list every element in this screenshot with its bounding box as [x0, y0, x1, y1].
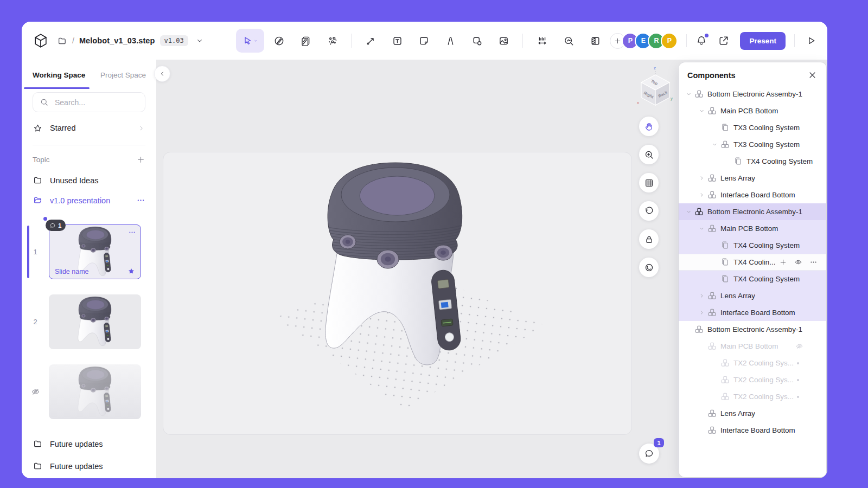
slide-row: 11Slide name	[22, 224, 156, 279]
folder-open-icon	[33, 195, 43, 206]
component-row[interactable]: Lens Array	[679, 405, 826, 422]
component-row[interactable]: TX2 Cooling Sys...	[679, 388, 826, 405]
chevron-down-icon[interactable]	[709, 141, 720, 149]
add-icon[interactable]	[779, 258, 787, 266]
chevron-right-icon[interactable]	[696, 292, 707, 300]
pen-tool[interactable]	[438, 29, 462, 53]
starred-label: Starred	[50, 124, 76, 132]
sketch-tool[interactable]	[267, 29, 291, 53]
app-logo-icon[interactable]	[33, 33, 49, 49]
component-row[interactable]: TX3 Cooling System	[679, 119, 826, 136]
avatar[interactable]: P	[661, 33, 678, 49]
app-window: / Melobot_v1_03.step v1.03 PERP Present …	[22, 22, 827, 478]
topbar: / Melobot_v1_03.step v1.03 PERP Present	[22, 22, 827, 60]
zoom-in-tool[interactable]	[639, 145, 659, 164]
more-icon[interactable]	[809, 258, 818, 266]
grid-tool[interactable]	[639, 173, 659, 192]
chevron-right-icon[interactable]	[696, 191, 707, 199]
chevron-spacer	[709, 275, 720, 283]
component-row[interactable]: Lens Array	[679, 287, 826, 304]
comment-count-pill[interactable]: 1	[46, 220, 66, 231]
tab-working-space[interactable]: Working Space	[22, 60, 90, 89]
eye-slash-icon[interactable]	[795, 342, 803, 350]
effects-tool[interactable]	[320, 29, 344, 53]
add-topic-button[interactable]	[136, 155, 145, 164]
zoom-search-tool[interactable]	[557, 29, 580, 53]
component-row[interactable]: Main PCB Bottom	[679, 220, 826, 237]
axis-y-label: y	[671, 96, 673, 101]
slide-gutter: 1	[22, 248, 49, 256]
search-input[interactable]	[54, 98, 138, 107]
render-mode-tool[interactable]	[639, 258, 659, 277]
slide-thumbnail[interactable]	[49, 364, 141, 419]
present-button[interactable]: Present	[740, 32, 786, 50]
grid-icon	[644, 178, 654, 188]
component-row[interactable]: TX4 Coolin...	[679, 254, 826, 271]
component-row[interactable]: Interface Board Bottom	[679, 304, 826, 321]
tab-project-space[interactable]: Project Space	[90, 60, 146, 89]
slide-thumbnail[interactable]: 1Slide name	[49, 224, 141, 279]
chevron-right-icon[interactable]	[696, 309, 707, 317]
assembly-icon	[720, 140, 730, 149]
shape-tool[interactable]	[465, 29, 489, 53]
component-row[interactable]: TX4 Cooling System	[679, 153, 826, 170]
chevron-down-icon[interactable]	[696, 107, 707, 115]
chevron-down-icon[interactable]	[683, 208, 694, 216]
note-tool[interactable]	[412, 29, 436, 53]
history-tool[interactable]	[639, 201, 659, 221]
more-icon[interactable]	[136, 196, 145, 205]
sidebar-collapse-button[interactable]	[154, 66, 170, 82]
folder-label: Future updates	[50, 462, 103, 471]
slide-row: 2	[22, 294, 156, 349]
measure-tool[interactable]	[530, 29, 554, 53]
eye-slash-icon[interactable]	[31, 387, 40, 396]
comment-count-badge: 1	[654, 438, 664, 447]
component-row[interactable]: Bottom Electronic Assemby-1	[679, 86, 826, 102]
pan-tool[interactable]	[639, 117, 659, 136]
select-tool[interactable]	[236, 29, 264, 53]
component-row[interactable]: TX4 Cooling System	[679, 271, 826, 287]
sidebar-folder-0[interactable]: Unused Ideas	[33, 170, 145, 190]
component-row[interactable]: Bottom Electronic Assemby-1	[679, 321, 826, 338]
slide-thumbnail-image	[74, 294, 116, 349]
section-tool[interactable]	[583, 29, 607, 53]
star-filled-icon[interactable]	[127, 267, 136, 275]
material-tool[interactable]	[293, 29, 317, 53]
component-label: TX2 Cooling Sys...	[733, 393, 794, 401]
chevron-down-icon[interactable]	[696, 225, 707, 233]
sidebar-folder-future-1[interactable]: Future updates	[33, 456, 145, 476]
arrow-tool[interactable]	[359, 29, 382, 53]
visibility-icon[interactable]	[794, 258, 802, 266]
component-row[interactable]: Lens Array	[679, 170, 826, 187]
lock-tool[interactable]	[639, 229, 659, 249]
close-icon[interactable]	[807, 70, 818, 80]
sidebar-folder-future-0[interactable]: Future updates	[33, 434, 145, 454]
component-row[interactable]: Bottom Electronic Assemby-1	[679, 203, 826, 220]
text-tool[interactable]	[385, 29, 409, 53]
version-badge[interactable]: v1.03	[160, 35, 188, 46]
more-icon[interactable]	[128, 228, 136, 236]
component-row[interactable]: Interface Board Bottom	[679, 422, 826, 439]
assembly-icon	[720, 392, 730, 401]
view-cube[interactable]: z Top Right Back x y	[636, 64, 675, 110]
play-button[interactable]	[806, 35, 816, 46]
component-row[interactable]: TX2 Cooling Sys...	[679, 355, 826, 371]
component-row[interactable]: Interface Board Bottom	[679, 187, 826, 203]
chevron-down-icon[interactable]	[195, 36, 204, 45]
component-row[interactable]: TX2 Cooling Sys...	[679, 371, 826, 388]
chevron-down-icon[interactable]	[683, 91, 694, 98]
assembly-icon	[707, 426, 717, 435]
component-row[interactable]: TX4 Cooling System	[679, 237, 826, 254]
slide-thumbnail[interactable]	[49, 294, 141, 349]
model-3d[interactable]	[243, 146, 547, 439]
chevron-right-icon[interactable]	[696, 175, 707, 182]
component-row[interactable]: TX3 Cooling System	[679, 136, 826, 153]
search-box[interactable]	[33, 92, 145, 112]
notifications-button[interactable]	[695, 35, 707, 47]
component-row[interactable]: Main PCB Bottom	[679, 102, 826, 119]
sidebar-item-starred[interactable]: Starred	[33, 118, 145, 138]
image-tool[interactable]	[492, 29, 515, 53]
share-button[interactable]	[718, 35, 730, 47]
sidebar-folder-1[interactable]: v1.0 presentation	[33, 190, 145, 210]
component-row[interactable]: Main PCB Bottom	[679, 338, 826, 355]
